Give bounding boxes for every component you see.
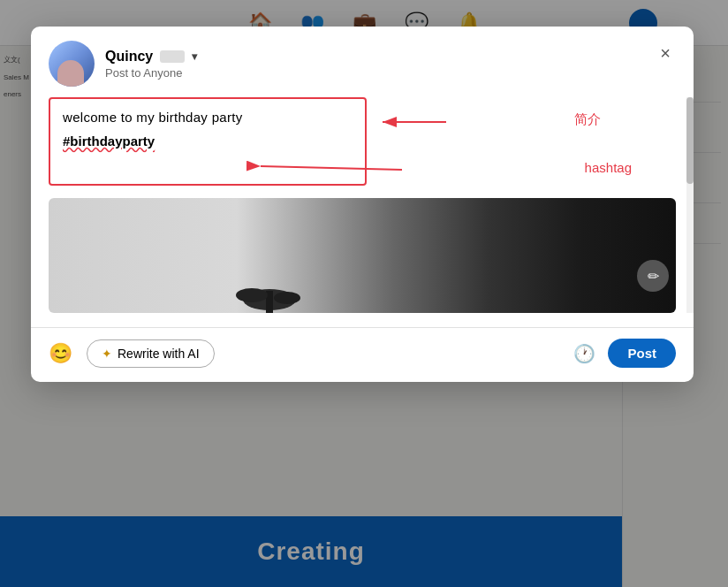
edit-image-button[interactable]: ✏ <box>637 260 669 292</box>
avatar <box>49 41 95 87</box>
footer-right-actions: 🕐 Post <box>573 339 676 368</box>
footer-left-actions: 😊 ✦ Rewrite with AI <box>49 339 215 368</box>
user-name-badge <box>160 50 185 63</box>
svg-point-6 <box>236 288 268 302</box>
modal-scrollbar[interactable] <box>686 97 694 313</box>
clock-icon: 🕐 <box>573 344 595 363</box>
emoji-icon: 😊 <box>49 342 72 365</box>
scrollbar-thumb <box>686 97 694 184</box>
post-modal: Quincy ▾ Post to Anyone × welcome to my … <box>31 27 694 382</box>
svg-point-7 <box>274 292 300 304</box>
user-name-text: Quincy <box>105 49 153 65</box>
rewrite-label: Rewrite with AI <box>118 347 200 361</box>
image-preview: ✏ <box>49 198 676 313</box>
user-info: Quincy ▾ Post to Anyone <box>105 49 197 80</box>
ai-star-icon: ✦ <box>102 347 112 361</box>
annotation-jiangjie-label: 简介 <box>574 111 601 128</box>
post-main-text: welcome to my birthday party <box>63 110 353 125</box>
pencil-icon: ✏ <box>648 268 659 285</box>
tree-silhouette <box>225 264 314 313</box>
post-annotation-area: welcome to my birthday party #birthdaypa… <box>49 97 676 186</box>
image-gradient <box>49 198 676 313</box>
modal-header: Quincy ▾ Post to Anyone × <box>31 27 694 97</box>
post-text-box[interactable]: welcome to my birthday party #birthdaypa… <box>49 97 367 186</box>
modal-body: welcome to my birthday party #birthdaypa… <box>31 97 694 313</box>
emoji-button[interactable]: 😊 <box>49 342 72 365</box>
post-to-label: Post to Anyone <box>105 66 197 80</box>
annotation-hashtag-label: hashtag <box>585 160 632 175</box>
close-button[interactable]: × <box>651 39 679 67</box>
dropdown-arrow-icon[interactable]: ▾ <box>192 50 197 63</box>
rewrite-ai-button[interactable]: ✦ Rewrite with AI <box>87 339 215 368</box>
user-name-row: Quincy ▾ <box>105 49 197 65</box>
post-hashtag: #birthdayparty <box>63 133 353 149</box>
schedule-button[interactable]: 🕐 <box>573 343 595 364</box>
modal-footer: 😊 ✦ Rewrite with AI 🕐 Post <box>31 327 694 382</box>
post-button[interactable]: Post <box>608 339 676 368</box>
